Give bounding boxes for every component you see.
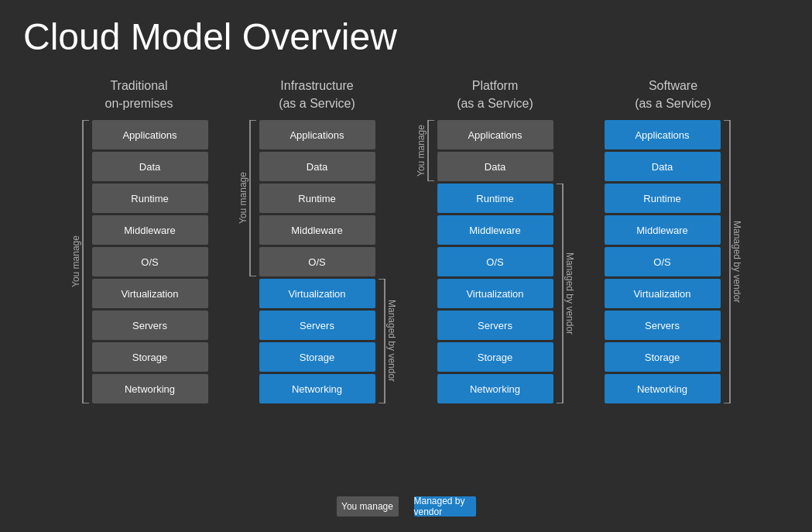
cell-iaas-6: Servers (259, 311, 375, 340)
column-iaas: Infrastructure (as a Service)You manageA… (228, 74, 406, 403)
cell-paas-5: Virtualization (437, 279, 553, 308)
column-body-saas: ApplicationsDataRuntimeMiddlewareO/SVirt… (605, 120, 742, 403)
vendor-svg-saas (722, 120, 731, 403)
cell-saas-4: O/S (605, 247, 721, 276)
cell-iaas-8: Networking (259, 374, 375, 403)
vendor-label-iaas: Managed by vendor (386, 279, 397, 403)
vendor-bracket-iaas: Managed by vendor (377, 120, 397, 403)
cell-iaas-5: Virtualization (259, 279, 375, 308)
cell-saas-0: Applications (605, 120, 721, 149)
column-title-saas: Software (as a Service) (635, 74, 711, 112)
vendor-label-paas: Managed by vendor (564, 184, 575, 403)
cells-saas: ApplicationsDataRuntimeMiddlewareO/SVirt… (605, 120, 721, 403)
page-title: Cloud Model Overview (23, 15, 789, 58)
cell-traditional-4: O/S (92, 247, 208, 276)
cell-traditional-7: Storage (92, 342, 208, 372)
cell-iaas-3: Middleware (259, 215, 375, 245)
cell-traditional-5: Virtualization (92, 279, 208, 308)
cell-traditional-8: Networking (92, 374, 208, 403)
cell-iaas-2: Runtime (259, 184, 375, 213)
cell-iaas-1: Data (259, 152, 375, 181)
cell-saas-1: Data (605, 152, 721, 181)
vendor-bracket-saas: Managed by vendor (722, 120, 742, 403)
main-content: Traditional on-premisesYou manageApplica… (23, 74, 789, 517)
cell-saas-8: Networking (605, 374, 721, 403)
cell-paas-4: O/S (437, 247, 553, 276)
you-manage-label-iaas: You manage (238, 120, 248, 276)
you-manage-label-paas: You manage (416, 120, 427, 181)
column-traditional: Traditional on-premisesYou manageApplica… (50, 74, 228, 403)
you-manage-bracket-iaas: You manage (238, 120, 258, 403)
column-paas: Platform (as a Service)You manageApplica… (406, 74, 584, 403)
cell-paas-8: Networking (437, 374, 553, 403)
column-body-traditional: You manageApplicationsDataRuntimeMiddlew… (70, 120, 208, 403)
you-manage-bracket-paas: You manage (416, 120, 436, 403)
cell-saas-5: Virtualization (605, 279, 721, 308)
cell-iaas-4: O/S (259, 247, 375, 276)
legend-blue-box: Managed by vendor (414, 496, 476, 517)
vendor-bracket-paas: Managed by vendor (555, 120, 575, 403)
cells-traditional: ApplicationsDataRuntimeMiddlewareO/SVirt… (92, 120, 208, 403)
cell-traditional-3: Middleware (92, 215, 208, 245)
cell-traditional-0: Applications (92, 120, 208, 149)
cell-paas-0: Applications (437, 120, 553, 149)
vendor-svg-iaas (377, 279, 386, 403)
column-title-iaas: Infrastructure (as a Service) (279, 74, 355, 112)
you-manage-bracket-traditional: You manage (70, 120, 91, 403)
column-body-iaas: You manageApplicationsDataRuntimeMiddlew… (238, 120, 397, 403)
column-body-paas: You manageApplicationsDataRuntimeMiddlew… (416, 120, 575, 403)
cell-paas-2: Runtime (437, 184, 553, 213)
legend-gray-box: You manage (337, 496, 399, 517)
column-title-traditional: Traditional on-premises (104, 74, 173, 112)
vendor-svg-paas (555, 184, 564, 403)
cell-paas-3: Middleware (437, 215, 553, 245)
column-saas: Software (as a Service)ApplicationsDataR… (584, 74, 762, 403)
you-manage-label-traditional: You manage (70, 120, 81, 403)
cell-iaas-0: Applications (259, 120, 375, 149)
cell-traditional-1: Data (92, 152, 208, 181)
cell-saas-6: Servers (605, 311, 721, 340)
cell-paas-6: Servers (437, 311, 553, 340)
you-manage-svg-traditional (81, 120, 91, 403)
cell-traditional-2: Runtime (92, 184, 208, 213)
cell-saas-2: Runtime (605, 184, 721, 213)
column-title-paas: Platform (as a Service) (457, 74, 533, 112)
legend-area: You manage Managed by vendor (23, 496, 789, 517)
cell-saas-7: Storage (605, 342, 721, 372)
cell-traditional-6: Servers (92, 311, 208, 340)
cell-paas-1: Data (437, 152, 553, 181)
columns-area: Traditional on-premisesYou manageApplica… (23, 74, 789, 487)
legend-vendor-manage: Managed by vendor (414, 496, 476, 517)
cells-paas: ApplicationsDataRuntimeMiddlewareO/SVirt… (437, 120, 553, 403)
vendor-label-saas: Managed by vendor (731, 120, 742, 403)
cells-iaas: ApplicationsDataRuntimeMiddlewareO/SVirt… (259, 120, 375, 403)
cell-saas-3: Middleware (605, 215, 721, 245)
you-manage-svg-iaas (248, 120, 258, 276)
legend-you-manage: You manage (337, 496, 399, 517)
you-manage-svg-paas (427, 120, 436, 181)
cell-iaas-7: Storage (259, 342, 375, 372)
cell-paas-7: Storage (437, 342, 553, 372)
